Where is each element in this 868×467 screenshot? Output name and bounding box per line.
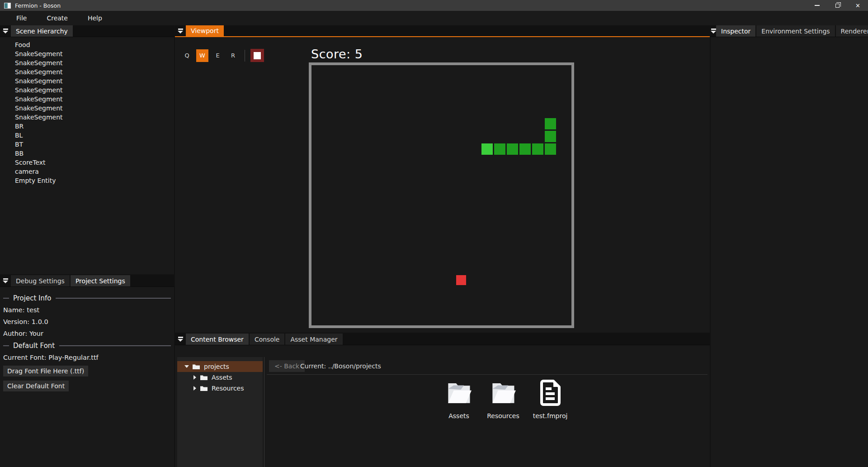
- scene-item[interactable]: Food: [0, 40, 174, 49]
- collapse-icon[interactable]: [175, 334, 186, 345]
- score-text: Score: 5: [311, 47, 363, 61]
- snake-segment: [532, 143, 543, 155]
- file-icon: [537, 379, 564, 407]
- snake-segment: [545, 143, 556, 155]
- close-button[interactable]: ✕: [848, 0, 868, 11]
- folder-tree: projects Assets Resources: [177, 357, 263, 467]
- game-area[interactable]: [309, 62, 574, 328]
- snake-head: [481, 143, 493, 155]
- collapsed-arrow-icon[interactable]: [193, 386, 196, 391]
- restore-button[interactable]: [827, 0, 848, 11]
- viewport-panel: Viewport Q W E R Score: 5: [175, 25, 710, 333]
- scene-item[interactable]: BR: [0, 122, 174, 131]
- browser-item-test-fmproj[interactable]: test.fmproj: [528, 379, 572, 419]
- folder-icon: [200, 386, 208, 391]
- collapse-icon[interactable]: [175, 25, 186, 36]
- folder-icon: [200, 375, 208, 380]
- scene-item[interactable]: SnakeSegment: [0, 67, 174, 76]
- scene-item[interactable]: BT: [0, 140, 174, 149]
- scene-hierarchy-panel: Scene Hierarchy FoodSnakeSegmentSnakeSeg…: [0, 25, 174, 274]
- collapse-icon[interactable]: [0, 25, 11, 37]
- tab-debug-settings[interactable]: Debug Settings: [11, 275, 70, 286]
- viewport-toolbar: Q W E R: [181, 49, 264, 62]
- scene-item[interactable]: ScoreText: [0, 158, 174, 167]
- inspector-tabbar: Inspector Environment Settings Renderer …: [711, 25, 868, 37]
- restore-icon: [835, 4, 840, 8]
- tree-divider: [264, 357, 264, 467]
- tab-inspector[interactable]: Inspector: [716, 25, 755, 37]
- stop-icon: [254, 52, 261, 59]
- minimize-icon: [815, 5, 820, 6]
- scene-item[interactable]: SnakeSegment: [0, 95, 174, 104]
- scene-hierarchy-tabbar: Scene Hierarchy: [0, 25, 174, 37]
- scene-item[interactable]: BL: [0, 131, 174, 140]
- current-font-label: Current Font: Play-Regular.ttf: [3, 354, 171, 361]
- scene-item[interactable]: SnakeSegment: [0, 104, 174, 113]
- project-info-header: Project Info: [3, 294, 171, 302]
- tab-asset-manager[interactable]: Asset Manager: [285, 334, 342, 345]
- scene-item[interactable]: Empty Entity: [0, 176, 174, 185]
- scene-item[interactable]: SnakeSegment: [0, 58, 174, 67]
- scene-item[interactable]: camera: [0, 167, 174, 176]
- toolbar-divider: [245, 50, 245, 62]
- drag-font-button[interactable]: Drag Font File Here (.ttf): [3, 366, 88, 376]
- scene-item[interactable]: BB: [0, 149, 174, 158]
- titlebar: Fermion - Boson ✕: [0, 0, 868, 11]
- tool-button-q[interactable]: Q: [181, 49, 193, 62]
- inspector-panel: Inspector Environment Settings Renderer …: [711, 25, 868, 467]
- folder-icon: [193, 364, 200, 369]
- snake-segment: [507, 143, 518, 155]
- tab-renderer-info[interactable]: Renderer Info: [836, 25, 868, 37]
- app-icon: [4, 3, 11, 9]
- scene-item[interactable]: SnakeSegment: [0, 49, 174, 58]
- tool-button-e[interactable]: E: [212, 49, 224, 62]
- scene-item[interactable]: SnakeSegment: [0, 86, 174, 95]
- tool-button-w[interactable]: W: [196, 49, 208, 62]
- default-font-header: Default Font: [3, 342, 171, 350]
- expand-arrow-icon[interactable]: [184, 365, 189, 368]
- snake-segment: [519, 143, 531, 155]
- current-path-label: Current: ../Boson/projects: [300, 362, 381, 370]
- snake-segment: [494, 143, 505, 155]
- collapse-icon[interactable]: [0, 275, 11, 286]
- window-controls: ✕: [807, 0, 868, 11]
- browser-item-resources[interactable]: Resources: [481, 379, 525, 419]
- tree-item-resources[interactable]: Resources: [177, 383, 263, 394]
- collapse-icon[interactable]: [711, 25, 716, 37]
- menu-help[interactable]: Help: [81, 11, 108, 25]
- browser-item-assets[interactable]: Assets: [437, 379, 481, 419]
- viewport-content[interactable]: Q W E R Score: 5: [175, 37, 710, 332]
- project-settings-content: Project Info Name: test Version: 1.0.0 A…: [0, 287, 174, 400]
- window-title: Fermion - Boson: [15, 2, 61, 9]
- content-browser-content: projects Assets Resources <- Back Curren…: [175, 345, 710, 467]
- food-square: [456, 275, 466, 285]
- settings-tabbar: Debug Settings Project Settings: [0, 275, 174, 287]
- scene-item[interactable]: SnakeSegment: [0, 76, 174, 86]
- settings-panel: Debug Settings Project Settings Project …: [0, 275, 174, 467]
- tab-scene-hierarchy[interactable]: Scene Hierarchy: [11, 25, 73, 37]
- tab-viewport[interactable]: Viewport: [186, 25, 224, 36]
- tab-project-settings[interactable]: Project Settings: [71, 275, 130, 286]
- clear-font-button[interactable]: Clear Default Font: [3, 381, 69, 391]
- scene-item[interactable]: SnakeSegment: [0, 113, 174, 122]
- back-button[interactable]: <- Back: [269, 360, 305, 372]
- project-author: Author: Your: [3, 330, 171, 337]
- minimize-button[interactable]: [807, 0, 827, 11]
- tab-content-browser[interactable]: Content Browser: [186, 334, 249, 345]
- tree-item-projects[interactable]: projects: [177, 361, 263, 372]
- close-icon: ✕: [855, 3, 860, 9]
- viewport-tabbar: Viewport: [175, 25, 710, 37]
- tab-environment-settings[interactable]: Environment Settings: [756, 25, 835, 37]
- folder-icon: [445, 379, 472, 407]
- collapsed-arrow-icon[interactable]: [193, 375, 196, 380]
- tab-console[interactable]: Console: [250, 334, 285, 345]
- tool-button-r[interactable]: R: [227, 49, 239, 62]
- stop-button[interactable]: [250, 49, 264, 62]
- menubar: File Create Help: [0, 11, 868, 25]
- menu-file[interactable]: File: [10, 11, 33, 25]
- content-browser-panel: Content Browser Console Asset Manager pr…: [175, 334, 710, 467]
- tree-item-assets[interactable]: Assets: [177, 372, 263, 383]
- content-browser-tabbar: Content Browser Console Asset Manager: [175, 334, 710, 345]
- menu-create[interactable]: Create: [40, 11, 74, 25]
- app-window: Fermion - Boson ✕ File Create Help Scene…: [0, 0, 868, 467]
